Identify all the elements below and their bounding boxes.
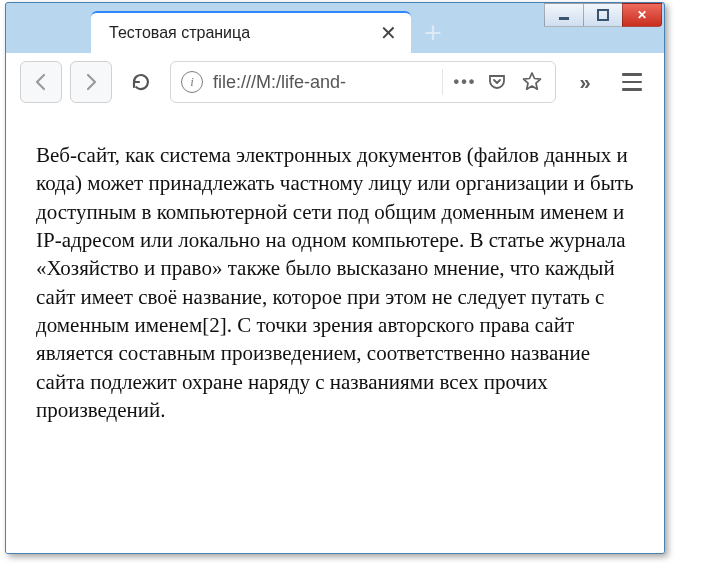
pocket-icon (487, 72, 507, 92)
back-button[interactable] (20, 61, 62, 103)
plus-icon: + (424, 16, 442, 50)
overflow-button[interactable]: » (564, 61, 606, 103)
reload-button[interactable] (120, 61, 162, 103)
body-paragraph: Веб-сайт, как система электронных докуме… (36, 141, 634, 424)
chevron-double-right-icon: » (579, 71, 590, 94)
separator (442, 69, 443, 95)
bookmark-button[interactable] (521, 71, 545, 93)
tab-title: Тестовая страница (109, 24, 250, 42)
minimize-icon (557, 8, 571, 22)
reload-icon (130, 71, 152, 93)
minimize-button[interactable] (544, 3, 584, 27)
info-glyph: i (190, 74, 194, 90)
close-icon: ✕ (637, 8, 647, 22)
url-text: file:///M:/life-and- (213, 72, 432, 93)
new-tab-button[interactable]: + (415, 15, 451, 51)
pocket-button[interactable] (487, 72, 511, 92)
page-actions-button[interactable]: ••• (453, 73, 477, 91)
svg-rect-1 (598, 10, 608, 20)
star-icon (521, 71, 543, 93)
app-menu-button[interactable] (614, 64, 650, 100)
tab-strip: Тестовая страница ✕ + (91, 11, 451, 53)
forward-button[interactable] (70, 61, 112, 103)
more-icon: ••• (454, 73, 477, 90)
site-info-icon[interactable]: i (181, 71, 203, 93)
maximize-button[interactable] (583, 3, 623, 27)
window-controls: ✕ (544, 3, 662, 27)
tab-close-button[interactable]: ✕ (368, 21, 397, 45)
browser-window: ✕ Тестовая страница ✕ + i file:///M:/lif… (5, 2, 665, 554)
toolbar: i file:///M:/life-and- ••• » (6, 53, 664, 111)
page-content: Веб-сайт, как система электронных докуме… (6, 111, 664, 553)
arrow-right-icon (81, 72, 101, 92)
hamburger-icon (622, 73, 642, 76)
svg-rect-0 (559, 17, 569, 20)
close-window-button[interactable]: ✕ (622, 3, 662, 27)
arrow-left-icon (31, 72, 51, 92)
active-tab[interactable]: Тестовая страница ✕ (91, 11, 411, 53)
window-titlebar: ✕ Тестовая страница ✕ + (6, 3, 664, 53)
address-bar[interactable]: i file:///M:/life-and- ••• (170, 61, 556, 103)
maximize-icon (596, 8, 610, 22)
